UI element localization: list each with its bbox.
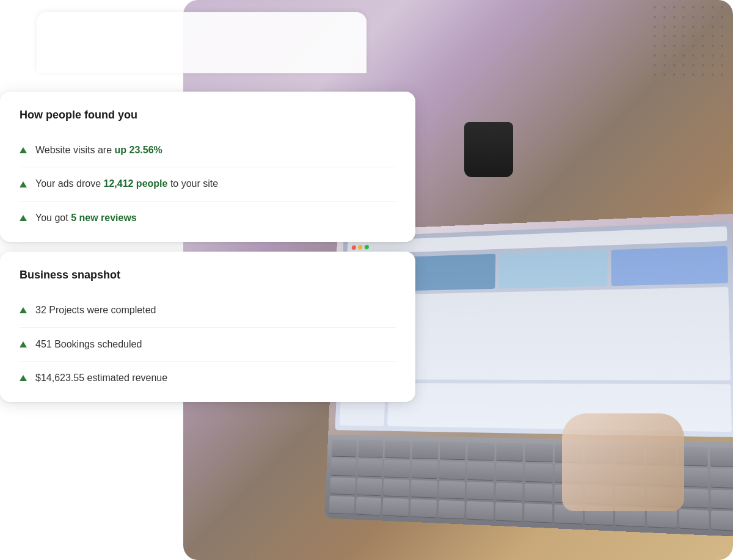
hand [562,413,684,511]
arrow-up-icon-4 [20,307,27,313]
arrow-up-icon [20,147,27,153]
card2-item-3: $14,623.55 estimated revenue [20,362,396,385]
card-business-snapshot: Business snapshot 32 Projects were compl… [0,252,415,402]
card1-item-1-text: Website visits are up 23.56% [35,144,162,157]
card2-title: Business snapshot [20,269,396,282]
card1-item-3: You got 5 new reviews [20,202,396,225]
card1-item-2-text: Your ads drove 12,412 people to your sit… [35,177,218,191]
card2-item-3-text: $14,623.55 estimated revenue [35,371,167,385]
arrow-up-icon-2 [20,181,27,187]
card2-item-1-text: 32 Projects were completed [35,304,156,317]
card1-item-3-highlight: 5 new reviews [71,213,137,223]
coffee-cup [458,122,519,195]
card1-title: How people found you [20,109,396,122]
card1-item-2: Your ads drove 12,412 people to your sit… [20,167,396,201]
dot-pattern [654,6,727,79]
arrow-up-icon-3 [20,215,27,221]
card-how-people-found-you: How people found you Website visits are … [0,92,415,242]
partial-card-bg [37,12,366,73]
card1-item-1-highlight: up 23.56% [115,145,162,155]
arrow-up-icon-5 [20,341,27,347]
cards-container: How people found you Website visits are … [0,92,415,412]
card1-item-1: Website visits are up 23.56% [20,134,396,167]
scene: How people found you Website visits are … [0,0,733,560]
card2-item-2-text: 451 Bookings scheduled [35,338,142,351]
card1-item-3-text: You got 5 new reviews [35,211,137,225]
card2-item-1: 32 Projects were completed [20,294,396,327]
card2-item-2: 451 Bookings scheduled [20,328,396,362]
card1-item-2-highlight: 12,412 people [103,178,167,189]
arrow-up-icon-6 [20,375,27,381]
